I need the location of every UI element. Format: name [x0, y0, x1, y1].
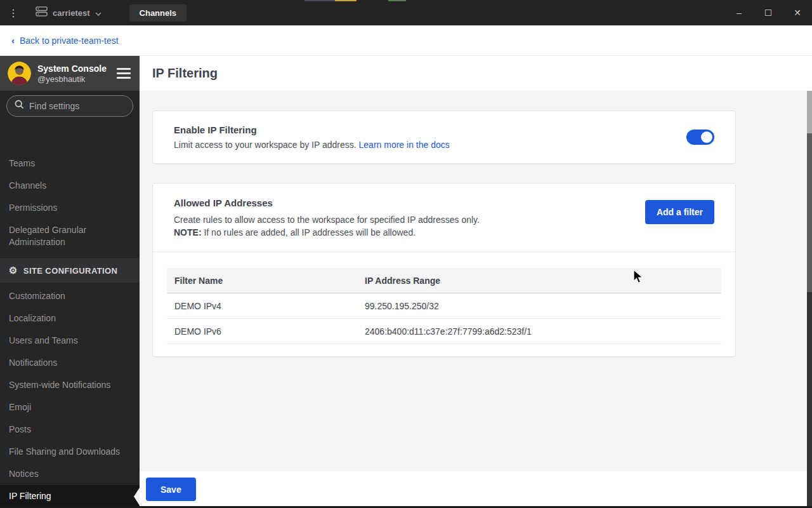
admin-sidebar: System Console @yesbhautik Teams Channel…: [0, 56, 140, 508]
sidebar-search-area: [0, 91, 140, 121]
column-header-ip-address-range: IP Address Range: [357, 276, 721, 286]
filter-name-cell: DEMO IPv6: [167, 326, 357, 337]
save-footer: Save: [140, 471, 812, 506]
description-text: Limit access to your workspace by IP add…: [174, 140, 359, 150]
titlebar: ⋮ carrietest Channels – ☐ ✕: [0, 0, 812, 25]
enable-ip-filtering-title: Enable IP Filtering: [174, 124, 686, 135]
background-window-edge: [335, 0, 357, 1]
add-a-filter-button[interactable]: Add a filter: [645, 200, 714, 224]
ip-range-cell: 99.250.195.250/32: [357, 301, 721, 311]
server-stack-icon: [36, 6, 48, 19]
sidebar-item-notices[interactable]: Notices: [0, 463, 140, 485]
allowed-ip-addresses-header: Allowed IP Addresses Create rules to all…: [153, 184, 735, 252]
sidebar-header[interactable]: System Console @yesbhautik: [0, 56, 140, 91]
sidebar-item-teams[interactable]: Teams: [0, 152, 140, 175]
window-controls: – ☐ ✕: [724, 0, 812, 25]
allowed-ip-addresses-card: Allowed IP Addresses Create rules to all…: [152, 183, 736, 357]
filter-name-cell: DEMO IPv4: [167, 301, 357, 311]
sidebar-title: System Console: [37, 63, 117, 74]
enable-ip-filtering-toggle[interactable]: [686, 130, 714, 145]
sidebar-item-notifications[interactable]: Notifications: [0, 352, 140, 374]
sidebar-item-channels[interactable]: Channels: [0, 175, 140, 197]
page-header: IP Filtering: [140, 56, 812, 91]
sidebar-item-file-sharing-and-downloads[interactable]: File Sharing and Downloads: [0, 441, 140, 463]
table-row[interactable]: DEMO IPv4 99.250.195.250/32: [167, 293, 721, 319]
sidebar-item-localization[interactable]: Localization: [0, 307, 140, 330]
maximize-button[interactable]: ☐: [754, 0, 783, 25]
allowed-ip-addresses-title: Allowed IP Addresses: [174, 197, 645, 208]
back-link[interactable]: ‹ Back to private-team-test: [11, 36, 119, 46]
sidebar-username: @yesbhautik: [37, 74, 117, 84]
avatar: [8, 62, 31, 85]
server-name: carrietest: [53, 8, 90, 18]
minimize-button[interactable]: –: [724, 0, 754, 25]
sidebar-item-users-and-teams[interactable]: Users and Teams: [0, 330, 140, 352]
settings-content: Enable IP Filtering Limit access to your…: [140, 91, 812, 471]
search-input[interactable]: [29, 101, 118, 111]
enable-ip-filtering-description: Limit access to your workspace by IP add…: [174, 140, 686, 150]
back-navigation-bar: ‹ Back to private-team-test: [0, 25, 812, 56]
section-label: SITE CONFIGURATION: [23, 266, 118, 276]
tab-channels[interactable]: Channels: [129, 4, 187, 22]
close-button[interactable]: ✕: [783, 0, 812, 25]
chevron-down-icon: [95, 7, 102, 18]
column-header-filter-name: Filter Name: [167, 276, 357, 286]
sidebar-item-delegated-granular-administration[interactable]: Delegated Granular Administration: [0, 219, 140, 253]
background-window-edge: [388, 0, 406, 1]
sidebar-section-site-configuration: ⚙ SITE CONFIGURATION: [0, 258, 140, 283]
sidebar-item-ip-filtering[interactable]: IP Filtering: [0, 485, 140, 507]
main-panel: IP Filtering Enable IP Filtering Limit a…: [140, 56, 812, 508]
table-row[interactable]: DEMO IPv6 2406:b400:d11:c37e:27f:7799:a6…: [167, 319, 721, 344]
enable-ip-filtering-card: Enable IP Filtering Limit access to your…: [152, 110, 736, 164]
background-window-edge: [807, 91, 812, 506]
note-text: If no rules are added, all IP addresses …: [202, 227, 416, 237]
background-window-edge: [304, 0, 335, 1]
app-menu-icon[interactable]: ⋮: [0, 7, 27, 19]
search-icon: [15, 100, 24, 112]
page-title: IP Filtering: [152, 66, 218, 81]
sidebar-item-label: IP Filtering: [9, 491, 51, 501]
save-button[interactable]: Save: [146, 478, 196, 501]
allowed-ip-addresses-description: Create rules to allow access to the work…: [174, 213, 645, 226]
back-link-label: Back to private-team-test: [20, 36, 119, 46]
sidebar-item-customization[interactable]: Customization: [0, 285, 140, 307]
learn-more-link[interactable]: Learn more in the docs: [359, 140, 450, 150]
sidebar-nav: Teams Channels Permissions Delegated Gra…: [0, 160, 140, 508]
hamburger-menu-icon[interactable]: [117, 68, 132, 79]
table-header-row: Filter Name IP Address Range: [167, 268, 721, 293]
chevron-left-icon: ‹: [11, 36, 15, 45]
sidebar-item-posts[interactable]: Posts: [0, 418, 140, 441]
server-selector[interactable]: carrietest: [27, 0, 110, 25]
active-item-arrow: [134, 488, 140, 505]
app-window: ⋮ carrietest Channels – ☐ ✕ ‹ Back to pr…: [0, 0, 812, 508]
sidebar-item-permissions[interactable]: Permissions: [0, 197, 140, 219]
gear-icon: ⚙: [9, 265, 18, 276]
ip-range-cell: 2406:b400:d11:c37e:27f:7799:a6d2:523f/1: [357, 326, 721, 337]
sidebar-item-system-wide-notifications[interactable]: System-wide Notifications: [0, 374, 140, 396]
ip-filters-table: Filter Name IP Address Range DEMO IPv4 9…: [167, 268, 721, 344]
allowed-ip-addresses-note: NOTE: If no rules are added, all IP addr…: [174, 226, 645, 239]
note-label: NOTE:: [174, 227, 202, 237]
toggle-knob: [701, 131, 712, 143]
settings-search-box[interactable]: [6, 95, 133, 117]
sidebar-item-emoji[interactable]: Emoji: [0, 396, 140, 418]
